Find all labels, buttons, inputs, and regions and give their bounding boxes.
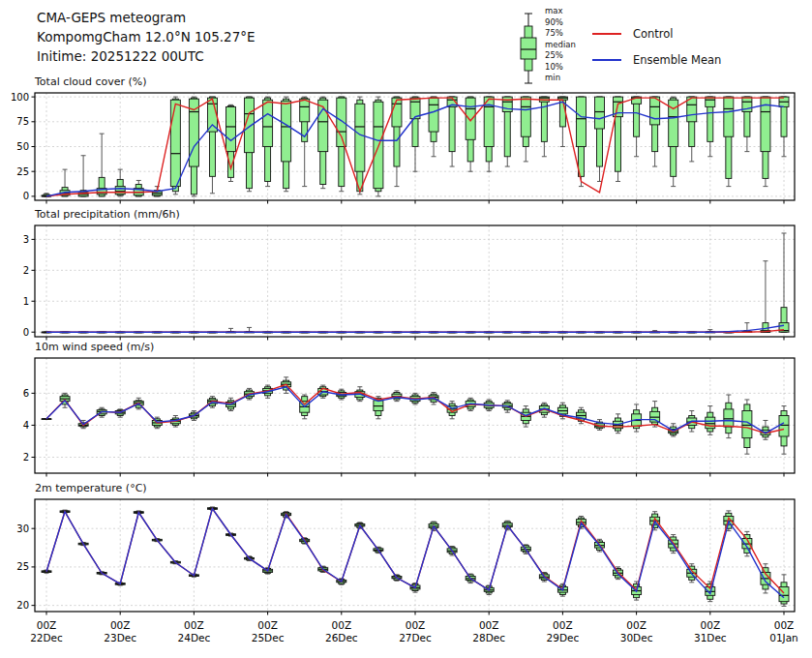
control-line-swatch: [592, 33, 621, 36]
svg-text:20: 20: [16, 600, 29, 611]
station-location: KompomgCham 12.0°N 105.27°E: [37, 27, 256, 46]
box-label-10: 10%: [545, 62, 576, 74]
svg-text:00Z: 00Z: [479, 619, 499, 631]
svg-text:6: 6: [23, 388, 29, 399]
svg-text:29Dec: 29Dec: [547, 632, 580, 643]
svg-text:31Dec: 31Dec: [694, 632, 727, 643]
svg-text:00Z: 00Z: [774, 619, 795, 631]
svg-text:75: 75: [16, 116, 29, 127]
svg-text:00Z: 00Z: [332, 619, 352, 631]
box-whisker-glyph-icon: [517, 6, 540, 91]
panel-title-temperature: 2m temperature (°C): [35, 482, 147, 494]
svg-text:30Dec: 30Dec: [620, 632, 653, 643]
svg-text:1: 1: [23, 296, 29, 307]
svg-text:00Z: 00Z: [626, 619, 647, 631]
svg-text:0: 0: [23, 191, 29, 201]
series-legend: Control Ensemble Mean: [592, 27, 721, 79]
panel-title-wind-speed: 10m wind speed (m/s): [35, 341, 154, 353]
box-label-median: median: [545, 40, 576, 51]
svg-text:00Z: 00Z: [701, 619, 721, 631]
svg-text:2: 2: [23, 452, 29, 463]
box-label-max: max: [545, 6, 576, 17]
svg-text:00Z: 00Z: [184, 619, 204, 631]
svg-text:25Dec: 25Dec: [252, 632, 285, 643]
box-label-90: 90%: [545, 17, 576, 29]
box-legend-labels: max 90% 75% median 25% 10% min: [545, 6, 576, 91]
svg-text:00Z: 00Z: [110, 619, 131, 631]
legend-entry-ensemble-mean: Ensemble Mean: [592, 53, 721, 67]
box-label-75: 75%: [545, 28, 576, 40]
svg-text:00Z: 00Z: [553, 619, 573, 631]
svg-text:00Z: 00Z: [257, 619, 278, 631]
svg-text:28Dec: 28Dec: [472, 632, 505, 643]
svg-text:2: 2: [23, 265, 29, 276]
svg-text:01Jan: 01Jan: [769, 632, 798, 643]
svg-text:4: 4: [23, 420, 29, 431]
legend-ensemble-label: Ensemble Mean: [633, 53, 721, 67]
init-time: Initime: 20251222 00UTC: [37, 46, 256, 66]
svg-text:23Dec: 23Dec: [104, 632, 136, 643]
panel-title-precipitation: Total precipitation (mm/6h): [35, 208, 180, 221]
box-whisker-legend: max 90% 75% median 25% 10% min: [517, 6, 576, 91]
page-title: CMA-GEPS meteogram: [37, 8, 256, 27]
legend-control-label: Control: [633, 27, 674, 41]
svg-text:30: 30: [16, 523, 29, 534]
svg-text:00Z: 00Z: [406, 619, 426, 631]
box-label-min: min: [545, 73, 576, 84]
meteogram-page: 0255075100012324620253000Z22Dec00Z23Dec0…: [0, 0, 812, 658]
panel-title-cloud-cover: Total cloud cover (%): [35, 75, 147, 88]
header: CMA-GEPS meteogram KompomgCham 12.0°N 10…: [37, 8, 256, 66]
box-label-25: 25%: [545, 50, 576, 62]
svg-text:50: 50: [16, 141, 29, 152]
svg-text:27Dec: 27Dec: [399, 632, 432, 643]
meteogram-canvas: 0255075100012324620253000Z22Dec00Z23Dec0…: [0, 0, 812, 658]
legend-entry-control: Control: [592, 27, 721, 41]
svg-text:24Dec: 24Dec: [178, 632, 211, 643]
svg-text:25: 25: [16, 166, 29, 177]
svg-text:100: 100: [11, 92, 29, 103]
svg-text:25: 25: [16, 561, 29, 572]
svg-text:22Dec: 22Dec: [30, 632, 63, 643]
svg-text:26Dec: 26Dec: [325, 632, 358, 643]
svg-text:00Z: 00Z: [37, 619, 57, 631]
svg-text:0: 0: [23, 327, 29, 338]
ensemble-line-swatch: [592, 59, 621, 62]
svg-text:3: 3: [23, 234, 29, 245]
